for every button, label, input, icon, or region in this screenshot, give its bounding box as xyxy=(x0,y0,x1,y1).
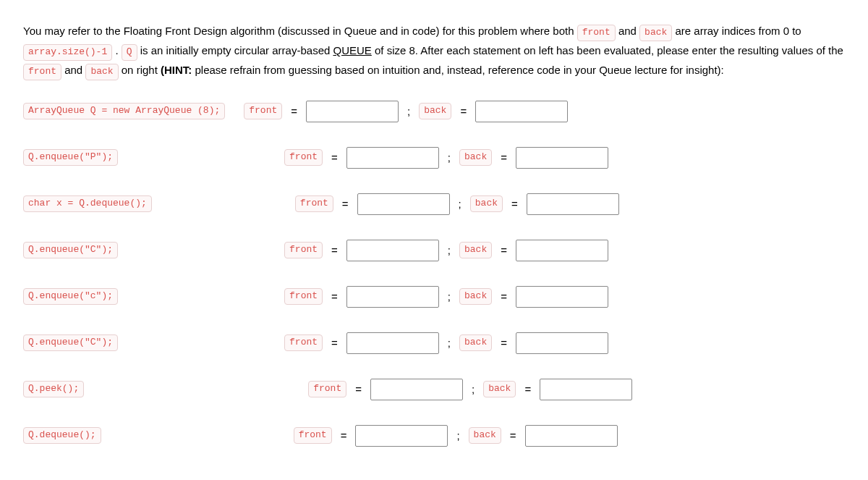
code-chip-front2: front xyxy=(23,64,61,80)
hint-bold: (HINT: xyxy=(161,64,192,76)
front-label-chip: front xyxy=(284,149,323,166)
front-back-group: front=;back= xyxy=(244,101,568,122)
back-input[interactable] xyxy=(540,379,632,400)
equals-sign: = xyxy=(328,337,341,349)
front-input[interactable] xyxy=(346,332,439,354)
intro-text: is an initially empty circular array-bas… xyxy=(140,44,333,56)
statement-row: Q.dequeue();front=;back= xyxy=(23,425,845,447)
statement-row: Q.enqueue("P");front=;back= xyxy=(23,147,845,169)
equals-sign: = xyxy=(288,105,300,117)
statement-row: Q.enqueue("C");front=;back= xyxy=(23,240,845,261)
equals-sign: = xyxy=(507,429,519,442)
statement-chip: Q.enqueue("C"); xyxy=(23,334,118,351)
back-label-chip: back xyxy=(470,195,503,212)
equals-sign: = xyxy=(457,105,469,117)
code-chip-arraysize: array.size()-1 xyxy=(23,44,112,61)
statement-row: char x = Q.dequeue();front=;back= xyxy=(23,193,845,215)
statement-chip: char x = Q.dequeue(); xyxy=(23,195,152,212)
intro-text: are array indices from 0 to xyxy=(675,25,801,37)
equals-sign: = xyxy=(498,337,510,349)
equals-sign: = xyxy=(338,429,350,442)
equals-sign: = xyxy=(498,151,510,164)
front-back-group: front=;back= xyxy=(308,379,632,400)
equals-sign: = xyxy=(498,244,510,256)
back-input[interactable] xyxy=(516,332,608,354)
front-back-group: front=;back= xyxy=(284,147,608,169)
equals-sign: = xyxy=(522,383,534,395)
semicolon: ; xyxy=(454,429,462,442)
semicolon: ; xyxy=(445,151,454,164)
front-input[interactable] xyxy=(355,425,448,447)
statement-chip: Q.enqueue("c"); xyxy=(23,288,118,305)
front-back-group: front=;back= xyxy=(284,286,608,308)
statement-rows: ArrayQueue Q = new ArrayQueue (8);front=… xyxy=(23,101,845,447)
front-input[interactable] xyxy=(346,147,439,169)
back-label-chip: back xyxy=(483,381,516,397)
intro-text: . xyxy=(115,44,121,56)
intro-text: and xyxy=(618,25,639,37)
equals-sign: = xyxy=(339,198,352,210)
front-input[interactable] xyxy=(346,286,439,308)
back-input[interactable] xyxy=(516,240,608,261)
semicolon: ; xyxy=(404,105,413,117)
front-input[interactable] xyxy=(306,101,399,122)
back-label-chip: back xyxy=(469,427,501,444)
code-chip-back2: back xyxy=(85,64,118,80)
statement-chip: ArrayQueue Q = new ArrayQueue (8); xyxy=(23,103,225,119)
problem-intro: You may refer to the Floating Front Desi… xyxy=(23,22,845,80)
front-input[interactable] xyxy=(357,193,450,215)
intro-text: and xyxy=(64,64,85,76)
back-label-chip: back xyxy=(459,242,492,258)
front-back-group: front=;back= xyxy=(284,332,608,354)
back-input[interactable] xyxy=(516,147,608,169)
hint-text: please refrain from guessing based on in… xyxy=(195,64,723,76)
back-label-chip: back xyxy=(459,288,492,305)
front-label-chip: front xyxy=(295,195,333,212)
back-input[interactable] xyxy=(516,286,608,308)
back-label-chip: back xyxy=(459,149,492,166)
front-back-group: front=;back= xyxy=(284,240,608,261)
statement-row: ArrayQueue Q = new ArrayQueue (8);front=… xyxy=(23,101,845,122)
intro-text: of size 8. After each statement on left … xyxy=(375,44,843,56)
semicolon: ; xyxy=(445,290,454,303)
front-label-chip: front xyxy=(308,381,346,397)
equals-sign: = xyxy=(328,244,341,256)
back-label-chip: back xyxy=(459,334,492,351)
statement-chip: Q.enqueue("C"); xyxy=(23,242,118,258)
semicolon: ; xyxy=(469,383,477,395)
equals-sign: = xyxy=(509,198,521,210)
statement-row: Q.enqueue("C");front=;back= xyxy=(23,332,845,354)
front-back-group: front=;back= xyxy=(295,193,619,215)
semicolon: ; xyxy=(445,337,454,349)
back-input[interactable] xyxy=(525,425,618,447)
intro-text: on right xyxy=(122,64,161,76)
front-input[interactable] xyxy=(370,379,463,400)
equals-sign: = xyxy=(352,383,365,395)
statement-row: Q.peek();front=;back= xyxy=(23,379,845,400)
code-chip-q: Q xyxy=(122,44,137,61)
semicolon: ; xyxy=(445,244,454,256)
front-label-chip: front xyxy=(294,427,332,444)
back-input[interactable] xyxy=(527,193,619,215)
front-label-chip: front xyxy=(284,242,323,258)
statement-chip: Q.peek(); xyxy=(23,381,84,397)
front-label-chip: front xyxy=(284,334,323,351)
back-input[interactable] xyxy=(475,101,568,122)
statement-chip: Q.dequeue(); xyxy=(23,427,101,444)
front-input[interactable] xyxy=(346,240,439,261)
front-label-chip: front xyxy=(244,103,282,119)
semicolon: ; xyxy=(456,198,464,210)
equals-sign: = xyxy=(328,151,341,164)
front-label-chip: front xyxy=(284,288,323,305)
statement-row: Q.enqueue("c");front=;back= xyxy=(23,286,845,308)
equals-sign: = xyxy=(328,290,341,303)
front-back-group: front=;back= xyxy=(294,425,618,447)
queue-underline: QUEUE xyxy=(333,44,371,56)
code-chip-back: back xyxy=(639,25,672,41)
intro-text: You may refer to the Floating Front Desi… xyxy=(23,25,577,37)
equals-sign: = xyxy=(498,290,510,303)
code-chip-front: front xyxy=(577,25,616,41)
statement-chip: Q.enqueue("P"); xyxy=(23,149,118,166)
back-label-chip: back xyxy=(419,103,451,119)
